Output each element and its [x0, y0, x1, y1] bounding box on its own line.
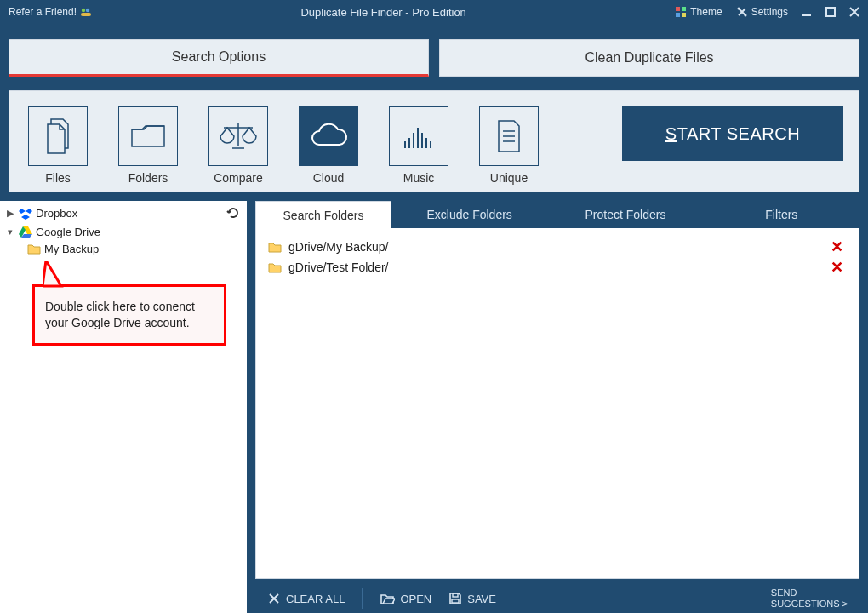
callout-tooltip: Double click here to conenct your Google…: [32, 284, 226, 346]
google-drive-icon: [19, 225, 32, 238]
svg-rect-3: [676, 7, 680, 11]
tree-item-label: Dropbox: [36, 207, 77, 220]
svg-marker-28: [21, 234, 32, 238]
tool-files[interactable]: Files: [25, 106, 91, 185]
svg-rect-5: [676, 13, 680, 17]
save-button[interactable]: SAVE: [448, 592, 496, 605]
tool-cloud-label: Cloud: [313, 171, 345, 185]
svg-marker-29: [43, 261, 61, 286]
tool-folders[interactable]: Folders: [115, 106, 181, 185]
tree-item-label: My Backup: [44, 243, 99, 255]
tool-unique[interactable]: Unique: [476, 106, 542, 185]
main-tabs: Search Options Clean Duplicate Files: [0, 24, 868, 77]
minimize-icon: [801, 6, 813, 18]
subtab-search-folders[interactable]: Search Folders: [255, 201, 391, 228]
maximize-button[interactable]: [820, 3, 841, 20]
refresh-icon: [226, 206, 240, 220]
svg-point-1: [86, 9, 89, 12]
close-icon: [848, 6, 860, 18]
chevron-down-icon[interactable]: ▾: [5, 226, 15, 238]
refresh-button[interactable]: [225, 204, 242, 221]
svg-rect-10: [826, 8, 835, 16]
open-icon: [380, 592, 395, 605]
toolbar: Files Folders Compare: [9, 90, 859, 192]
tab-clean-duplicates[interactable]: Clean Duplicate Files: [439, 39, 859, 77]
settings-icon: [736, 6, 748, 18]
search-folders-list: gDrive/My Backup/ ✕ gDrive/Test Folder/ …: [255, 228, 859, 579]
svg-rect-6: [682, 13, 686, 17]
send-suggestions-link[interactable]: SEND SUGGESTIONS >: [771, 587, 848, 610]
remove-folder-button[interactable]: ✕: [826, 258, 847, 277]
theme-button[interactable]: Theme: [670, 4, 727, 20]
music-icon: [402, 121, 436, 152]
tree-item-my-backup[interactable]: My Backup: [3, 240, 243, 257]
folder-path: gDrive/Test Folder/: [288, 261, 819, 274]
folder-icon: [268, 241, 282, 253]
svg-point-8: [744, 14, 746, 17]
save-icon: [448, 592, 462, 605]
files-icon: [41, 117, 75, 155]
start-search-button[interactable]: START SEARCH: [622, 106, 843, 161]
tool-compare-label: Compare: [214, 171, 263, 185]
tool-folders-label: Folders: [128, 171, 168, 185]
subtab-filters[interactable]: Filters: [704, 201, 859, 228]
tool-compare[interactable]: Compare: [205, 106, 271, 185]
clear-all-button[interactable]: CLEAR ALL: [267, 592, 345, 605]
folder-row[interactable]: gDrive/Test Folder/ ✕: [268, 257, 847, 278]
right-panel: Search Folders Exclude Folders Protect F…: [255, 201, 859, 613]
dropbox-icon: [19, 206, 32, 220]
maximize-icon: [825, 6, 837, 18]
tree-item-label: Google Drive: [36, 226, 100, 238]
svg-rect-32: [453, 593, 458, 597]
remove-folder-button[interactable]: ✕: [826, 238, 847, 256]
close-button[interactable]: [844, 3, 865, 20]
folder-icon: [27, 243, 41, 255]
titlebar: Refer a Friend! Duplicate File Finder - …: [0, 0, 868, 24]
main-content: ▶ Dropbox ▾ Google Drive: [0, 201, 868, 613]
tool-music-label: Music: [403, 171, 435, 185]
refer-friend-link[interactable]: Refer a Friend!: [3, 4, 97, 20]
subtab-exclude-folders[interactable]: Exclude Folders: [391, 201, 547, 228]
folder-icon: [268, 261, 282, 273]
separator: [362, 588, 363, 609]
folder-row[interactable]: gDrive/My Backup/ ✕: [268, 237, 847, 257]
tab-search-options[interactable]: Search Options: [9, 39, 429, 77]
subtab-protect-folders[interactable]: Protect Folders: [547, 201, 703, 228]
cloud-tree-panel: ▶ Dropbox ▾ Google Drive: [0, 201, 247, 613]
svg-rect-33: [452, 599, 459, 603]
tree-item-google-drive[interactable]: ▾ Google Drive: [3, 223, 243, 240]
tool-files-label: Files: [45, 171, 71, 185]
tool-unique-label: Unique: [490, 171, 528, 185]
open-button[interactable]: OPEN: [380, 592, 431, 605]
folder-subtabs: Search Folders Exclude Folders Protect F…: [255, 201, 859, 228]
svg-rect-4: [682, 7, 686, 11]
theme-icon: [675, 6, 687, 18]
compare-icon: [217, 119, 260, 153]
settings-button[interactable]: Settings: [731, 4, 793, 20]
unique-icon: [494, 117, 524, 155]
tree-item-dropbox[interactable]: ▶ Dropbox: [3, 204, 225, 221]
svg-point-7: [737, 8, 740, 10]
tool-music[interactable]: Music: [385, 106, 452, 185]
folder-path: gDrive/My Backup/: [288, 240, 819, 254]
window-title: Duplicate File Finder - Pro Edition: [97, 6, 670, 19]
clear-icon: [267, 592, 281, 605]
tool-cloud[interactable]: Cloud: [295, 106, 362, 185]
people-icon: [80, 6, 92, 18]
svg-point-0: [82, 9, 85, 12]
folders-icon: [129, 121, 167, 152]
minimize-button[interactable]: [797, 3, 817, 20]
svg-rect-2: [81, 13, 91, 16]
chevron-right-icon[interactable]: ▶: [5, 208, 15, 219]
bottom-bar: CLEAR ALL OPEN SAVE SEND SUGGESTIONS >: [255, 579, 859, 613]
cloud-icon: [307, 121, 350, 152]
